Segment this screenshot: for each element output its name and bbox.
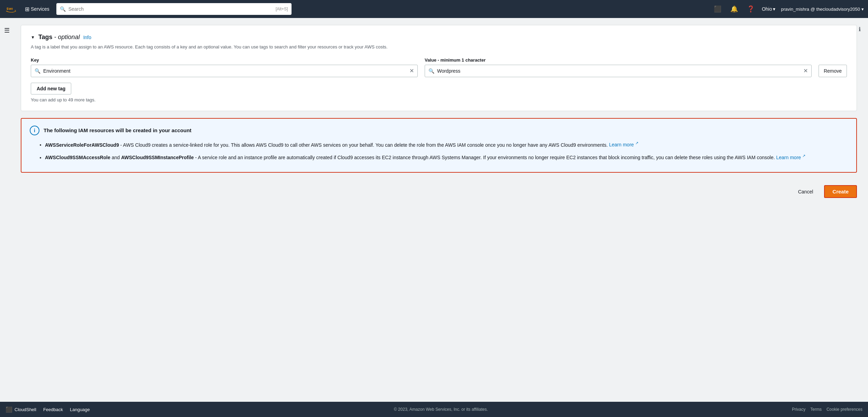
external-link-icon-1: ↗ <box>635 141 638 145</box>
iam-role-2-name2: AWSCloud9SSMInstanceProfile <box>121 155 194 160</box>
learn-more-link-2[interactable]: Learn more ↗ <box>776 155 805 160</box>
add-tag-button[interactable]: Add new tag <box>31 83 71 94</box>
sidebar-toggle[interactable]: ☰ <box>0 24 14 37</box>
learn-more-link-1[interactable]: Learn more ↗ <box>609 142 638 147</box>
tags-header: ▼ Tags - optional Info <box>31 34 847 41</box>
iam-role-2-name1: AWSCloud9SSMAccessRole <box>45 155 110 160</box>
search-icon: 🔍 <box>60 6 66 12</box>
create-button[interactable]: Create <box>824 185 857 198</box>
user-menu[interactable]: pravin_mishra @ thecloudadvisory2050 ▾ <box>781 7 864 12</box>
value-input[interactable] <box>437 68 801 74</box>
search-shortcut: [Alt+S] <box>276 7 288 11</box>
remove-button[interactable]: Remove <box>819 65 847 77</box>
add-tag-hint: You can add up to 49 more tags. <box>31 97 847 102</box>
key-label: Key <box>31 57 418 63</box>
value-search-icon: 🔍 <box>428 68 434 74</box>
iam-info-box: i The following IAM resources will be cr… <box>21 118 857 173</box>
top-navigation: ⊞ Services 🔍 [Alt+S] ⬛ 🔔 ❓ Ohio ▾ pravin… <box>0 0 868 18</box>
bell-icon[interactable]: 🔔 <box>729 3 740 15</box>
key-field: Key 🔍 ✕ <box>31 57 418 77</box>
search-bar[interactable]: 🔍 [Alt+S] <box>56 3 292 15</box>
key-input[interactable] <box>43 68 407 74</box>
key-search-icon: 🔍 <box>35 68 40 74</box>
iam-header: i The following IAM resources will be cr… <box>30 126 848 135</box>
iam-role-1-name: AWSServiceRoleForAWSCloud9 <box>45 142 119 147</box>
region-arrow: ▾ <box>773 6 775 12</box>
region-label: Ohio <box>762 6 772 12</box>
value-clear-icon[interactable]: ✕ <box>803 67 808 74</box>
main-content: ▼ Tags - optional Info A tag is a label … <box>0 18 868 402</box>
key-clear-icon[interactable]: ✕ <box>409 67 414 74</box>
tags-info-link[interactable]: Info <box>83 35 91 40</box>
iam-bullet-2: AWSCloud9SSMAccessRole and AWSCloud9SSMI… <box>45 153 848 162</box>
cancel-button[interactable]: Cancel <box>793 186 819 197</box>
grid-icon: ⊞ <box>25 6 29 12</box>
iam-title: The following IAM resources will be crea… <box>44 127 192 133</box>
iam-role-2-text: - A service role and an instance profile… <box>194 155 775 160</box>
key-input-wrapper: 🔍 ✕ <box>31 65 418 77</box>
external-link-icon-2: ↗ <box>802 154 805 158</box>
value-label: Value - minimum 1 character <box>425 57 812 63</box>
help-icon[interactable]: ❓ <box>745 3 756 15</box>
nav-right: ⬛ 🔔 ❓ Ohio ▾ pravin_mishra @ thecloudadv… <box>712 3 864 15</box>
tags-title: Tags - optional <box>38 34 80 41</box>
aws-logo[interactable] <box>4 3 17 15</box>
tag-row: Key 🔍 ✕ Value - minimum 1 character 🔍 ✕ … <box>31 57 847 77</box>
action-bar: Cancel Create <box>21 180 857 203</box>
tags-card: ▼ Tags - optional Info A tag is a label … <box>21 25 857 111</box>
value-field: Value - minimum 1 character 🔍 ✕ <box>425 57 812 77</box>
search-input[interactable] <box>68 6 273 12</box>
user-arrow: ▾ <box>861 7 864 12</box>
iam-role-1-text: - AWS Cloud9 creates a service-linked ro… <box>119 142 608 147</box>
username: pravin_mishra @ thecloudadvisory2050 <box>781 7 860 12</box>
value-input-wrapper: 🔍 ✕ <box>425 65 812 77</box>
collapse-icon[interactable]: ▼ <box>31 35 35 40</box>
services-label: Services <box>31 6 49 12</box>
iam-list: AWSServiceRoleForAWSCloud9 - AWS Cloud9 … <box>30 140 848 162</box>
iam-and: and <box>110 155 121 160</box>
services-nav[interactable]: ⊞ Services <box>22 4 52 14</box>
iam-bullet-1: AWSServiceRoleForAWSCloud9 - AWS Cloud9 … <box>45 140 848 149</box>
iam-info-icon: i <box>30 126 39 135</box>
region-selector[interactable]: Ohio ▾ <box>762 6 776 12</box>
right-panel-icon[interactable]: ℹ <box>854 24 865 35</box>
terminal-icon[interactable]: ⬛ <box>712 3 723 15</box>
tags-description: A tag is a label that you assign to an A… <box>31 44 847 51</box>
